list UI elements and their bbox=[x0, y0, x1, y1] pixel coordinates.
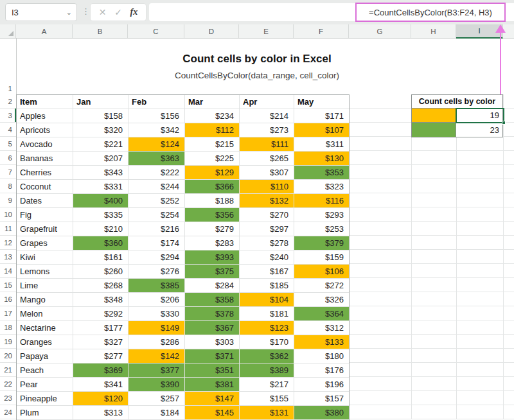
cell-value[interactable]: $177 bbox=[73, 321, 128, 335]
cell-value[interactable]: $331 bbox=[73, 180, 128, 194]
cell-item[interactable]: Pineapple bbox=[17, 392, 73, 406]
cell-value[interactable]: $215 bbox=[185, 137, 240, 152]
row-header-23[interactable]: 23 bbox=[0, 391, 16, 405]
cell-value[interactable]: $176 bbox=[294, 363, 349, 378]
cell-value[interactable]: $130 bbox=[294, 152, 349, 166]
cell-value[interactable]: $110 bbox=[240, 180, 294, 194]
cell-value[interactable]: $273 bbox=[240, 123, 294, 137]
cell-item[interactable]: Grapefruit bbox=[17, 222, 73, 236]
column-header-b[interactable]: B bbox=[73, 24, 128, 38]
row-header-11[interactable]: 11 bbox=[0, 222, 16, 236]
cell-value[interactable]: $278 bbox=[240, 236, 294, 250]
cell-value[interactable]: $327 bbox=[73, 335, 128, 349]
cell-value[interactable]: $265 bbox=[240, 152, 294, 166]
cell-value[interactable]: $167 bbox=[240, 265, 294, 279]
row-header-9[interactable]: 9 bbox=[0, 193, 16, 207]
table-header-item[interactable]: Item bbox=[17, 95, 73, 109]
column-header-a[interactable]: A bbox=[16, 24, 73, 38]
cell-value[interactable]: $393 bbox=[185, 250, 240, 265]
cell-value[interactable]: $279 bbox=[185, 222, 240, 236]
cell-value[interactable]: $284 bbox=[185, 279, 240, 293]
cell-value[interactable]: $107 bbox=[294, 123, 349, 137]
select-all-corner[interactable] bbox=[0, 24, 16, 38]
cell-value[interactable]: $367 bbox=[185, 321, 240, 335]
table-header-mar[interactable]: Mar bbox=[185, 95, 240, 109]
cell-value[interactable]: $159 bbox=[294, 250, 349, 265]
row-header-12[interactable]: 12 bbox=[0, 236, 16, 250]
row-header-2[interactable]: 2 bbox=[0, 94, 16, 109]
cell-item[interactable]: Apples bbox=[17, 109, 73, 123]
cell-item[interactable]: Nectarine bbox=[17, 321, 73, 335]
table-header-jan[interactable]: Jan bbox=[73, 95, 128, 109]
row-header-8[interactable]: 8 bbox=[0, 179, 16, 193]
row-header-6[interactable]: 6 bbox=[0, 151, 16, 165]
cell-value[interactable]: $234 bbox=[185, 109, 240, 123]
cell-value[interactable]: $253 bbox=[294, 222, 349, 236]
chevron-down-icon[interactable]: ⌄ bbox=[66, 9, 76, 16]
cell-value[interactable]: $260 bbox=[73, 265, 128, 279]
row-header-7[interactable]: 7 bbox=[0, 165, 16, 179]
cell-item[interactable]: Fig bbox=[17, 208, 73, 222]
cell-value[interactable]: $371 bbox=[185, 349, 240, 363]
cell-value[interactable]: $123 bbox=[240, 321, 294, 335]
cell-value[interactable]: $216 bbox=[128, 222, 185, 236]
cell-item[interactable]: Melon bbox=[17, 307, 73, 321]
cell-item[interactable]: Coconut bbox=[17, 180, 73, 194]
cell-item[interactable]: Cherries bbox=[17, 166, 73, 180]
cell-value[interactable]: $343 bbox=[73, 166, 128, 180]
cell-value[interactable]: $293 bbox=[294, 208, 349, 222]
cell-value[interactable]: $210 bbox=[73, 222, 128, 236]
cell-value[interactable]: $381 bbox=[185, 378, 240, 392]
cell-value[interactable]: $181 bbox=[240, 307, 294, 321]
fill-handle[interactable] bbox=[502, 121, 506, 125]
row-header-18[interactable]: 18 bbox=[0, 320, 16, 335]
cell-value[interactable]: $171 bbox=[294, 109, 349, 123]
yellow-swatch-cell[interactable] bbox=[412, 109, 456, 122]
cell-value[interactable]: $348 bbox=[73, 293, 128, 307]
table-header-may[interactable]: May bbox=[294, 95, 349, 109]
row-header-22[interactable]: 22 bbox=[0, 377, 16, 391]
cell-item[interactable]: Bananas bbox=[17, 152, 73, 166]
cell-value[interactable]: $161 bbox=[73, 250, 128, 265]
cell-item[interactable]: Dates bbox=[17, 194, 73, 208]
cell-value[interactable]: $268 bbox=[73, 279, 128, 293]
cell-value[interactable]: $104 bbox=[240, 293, 294, 307]
row-header-21[interactable]: 21 bbox=[0, 363, 16, 377]
column-header-g[interactable]: G bbox=[349, 24, 411, 38]
table-header-feb[interactable]: Feb bbox=[128, 95, 185, 109]
cell-value[interactable]: $257 bbox=[128, 392, 185, 406]
row-header-5[interactable]: 5 bbox=[0, 137, 16, 151]
cell-value[interactable]: $124 bbox=[128, 137, 185, 152]
cell-value[interactable]: $307 bbox=[240, 166, 294, 180]
cell-value[interactable]: $217 bbox=[240, 378, 294, 392]
cell-value[interactable]: $221 bbox=[73, 137, 128, 152]
cell-value[interactable]: $377 bbox=[128, 363, 185, 378]
row-header-4[interactable]: 4 bbox=[0, 123, 16, 137]
cell-value[interactable]: $111 bbox=[240, 137, 294, 152]
name-box[interactable]: I3 ⌄ bbox=[5, 3, 77, 21]
cell-value[interactable]: $323 bbox=[294, 180, 349, 194]
cell-item[interactable]: Lemons bbox=[17, 265, 73, 279]
cell-item[interactable]: Kiwi bbox=[17, 250, 73, 265]
cell-value[interactable]: $335 bbox=[73, 208, 128, 222]
cell-value[interactable]: $133 bbox=[294, 335, 349, 349]
cell-value[interactable]: $292 bbox=[73, 307, 128, 321]
cell-value[interactable]: $341 bbox=[73, 378, 128, 392]
cell-value[interactable]: $120 bbox=[73, 392, 128, 406]
cell-value[interactable]: $149 bbox=[128, 321, 185, 335]
cell-value[interactable]: $254 bbox=[128, 208, 185, 222]
cell-value[interactable]: $270 bbox=[240, 208, 294, 222]
row-header-14[interactable]: 14 bbox=[0, 264, 16, 278]
row-header-20[interactable]: 20 bbox=[0, 349, 16, 363]
cell-value[interactable]: $342 bbox=[128, 123, 185, 137]
insert-function-icon[interactable]: fx bbox=[130, 7, 138, 17]
cell-value[interactable]: $363 bbox=[128, 152, 185, 166]
count-value-green[interactable]: 23 bbox=[456, 123, 502, 137]
cell-value[interactable]: $129 bbox=[185, 166, 240, 180]
cell-item[interactable]: Mango bbox=[17, 293, 73, 307]
cell-value[interactable]: $222 bbox=[128, 166, 185, 180]
row-header-16[interactable]: 16 bbox=[0, 292, 16, 306]
cancel-icon[interactable]: ✕ bbox=[99, 7, 107, 17]
cell-value[interactable]: $185 bbox=[240, 279, 294, 293]
cell-value[interactable]: $364 bbox=[294, 307, 349, 321]
